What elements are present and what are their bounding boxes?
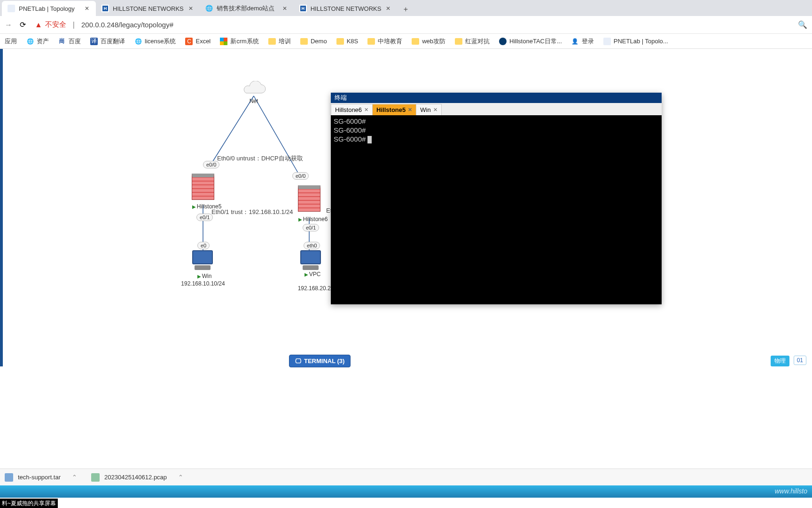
terminal-body[interactable]: SG-6000# SG-6000# SG-6000#	[331, 115, 662, 304]
win-ip: 192.168.10.10/24	[175, 280, 231, 287]
firewall-icon	[298, 185, 320, 212]
node-hillstone5[interactable]	[192, 174, 214, 203]
tab-hillstone1[interactable]: H HILLSTONE NETWORKS ✕	[96, 1, 200, 16]
bookmarks-bar: 应用 🌐资产 崗百度 译百度翻译 🌐license系统 CExcel 新crm系…	[0, 34, 812, 49]
globe-icon: 🌐	[134, 38, 142, 45]
term-tab-hillstone6[interactable]: Hillstone6✕	[331, 104, 373, 115]
bookmark-crm[interactable]: 新crm系统	[220, 37, 259, 46]
annot-untrust: Eth0/0 untrust：DHCP自动获取	[217, 154, 303, 163]
tab-pnetlab[interactable]: PNETLab | Topology ✕	[2, 1, 96, 16]
win-label: ▶Win	[188, 273, 221, 279]
terminal-line: SG-6000#	[334, 135, 659, 144]
bookmark-zhongpei[interactable]: 中培教育	[367, 37, 402, 46]
translate-icon: 译	[90, 38, 98, 45]
excel-icon: C	[185, 38, 193, 45]
terminal-line: SG-6000#	[334, 117, 659, 126]
chevron-up-icon[interactable]: ⌃	[178, 474, 183, 481]
terminal-window[interactable]: 终端 Hillstone6✕ Hillstone5✕ Win✕ SG-6000#…	[331, 93, 662, 304]
close-icon[interactable]: ✕	[84, 5, 90, 12]
baidu-icon: 崗	[58, 38, 66, 45]
bookmark-tac[interactable]: HillstoneTAC日常...	[499, 37, 562, 46]
physical-badge[interactable]: 物理	[771, 356, 789, 366]
folder-icon	[412, 38, 419, 45]
hillstone6-label: ▶Hillstone6	[294, 216, 332, 222]
node-vpc[interactable]	[299, 250, 322, 271]
port-h6-e01[interactable]: e0/1	[303, 224, 319, 231]
node-hillstone6[interactable]	[298, 185, 320, 214]
apps-link[interactable]: 应用	[5, 37, 17, 46]
close-icon[interactable]: ✕	[364, 107, 368, 113]
folder-icon	[336, 38, 344, 45]
page-content: Net Eth0/0 untrust：DHCP自动获取 Eth0/1 trust…	[0, 49, 812, 508]
url-separator: |	[73, 21, 75, 29]
bookmark-training[interactable]: 培训	[268, 37, 291, 46]
bookmark-login[interactable]: 👤登录	[571, 37, 594, 46]
node-win[interactable]	[191, 250, 214, 271]
bookmark-webattack[interactable]: web攻防	[412, 37, 445, 46]
monitor-icon	[300, 250, 321, 264]
hillstone-icon: H	[299, 5, 307, 12]
port-h6-e00[interactable]: e0/0	[292, 172, 309, 180]
bookmark-pnetlab[interactable]: PNETLab | Topolo...	[603, 38, 668, 45]
footer-bar: www.hillsto	[0, 485, 812, 498]
address-bar: → ⟳ ▲ 不安全 | 200.0.0.248/legacy/topology#…	[0, 16, 812, 34]
term-tab-win[interactable]: Win✕	[416, 104, 441, 115]
folder-icon	[367, 38, 375, 45]
play-icon: ▶	[304, 272, 308, 277]
screen-share-label: 料~夏威拖的共享屏幕	[0, 499, 58, 508]
port-h5-e01[interactable]: e0/1	[196, 214, 213, 221]
chevron-up-icon[interactable]: ⌃	[72, 474, 77, 481]
globe-icon: 🌐	[26, 38, 34, 45]
bookmark-demo[interactable]: Demo	[300, 38, 327, 45]
url-text[interactable]: 200.0.0.248/legacy/topology#	[81, 21, 173, 29]
folder-icon	[455, 38, 462, 45]
terminal-button[interactable]: 🖵 TERMINAL (3)	[289, 355, 351, 367]
downloads-bar: tech-support.tar ⌃ 20230425140612.pcap ⌃	[0, 468, 812, 485]
term-tab-hillstone5[interactable]: Hillstone5✕	[372, 104, 416, 115]
bookmark-fanyi[interactable]: 译百度翻译	[90, 37, 125, 46]
terminal-titlebar[interactable]: 终端	[331, 93, 662, 103]
tab-title: HILLSTONE NETWORKS	[311, 5, 382, 12]
close-icon[interactable]: ✕	[385, 5, 391, 12]
search-icon[interactable]: 🔍	[798, 20, 807, 29]
close-icon[interactable]: ✕	[187, 5, 194, 12]
port-vpc-eth0[interactable]: eth0	[304, 242, 320, 249]
new-tab-button[interactable]: +	[399, 3, 412, 16]
monitor-icon	[192, 250, 213, 264]
folder-icon	[300, 38, 308, 45]
reload-icon[interactable]: ⟳	[20, 20, 28, 29]
bookmark-baidu[interactable]: 崗百度	[58, 37, 81, 46]
bookmark-redblue[interactable]: 红蓝对抗	[455, 37, 490, 46]
download-item-pcap[interactable]: 20230425140612.pcap ⌃	[91, 473, 183, 482]
close-icon[interactable]: ✕	[433, 107, 437, 113]
browser-tabs-bar: PNETLab | Topology ✕ H HILLSTONE NETWORK…	[0, 0, 812, 16]
play-icon: ▶	[197, 274, 201, 279]
bookmark-assets[interactable]: 🌐资产	[26, 37, 49, 46]
download-item-tech-support[interactable]: tech-support.tar ⌃	[5, 473, 77, 482]
close-icon[interactable]: ✕	[408, 107, 412, 113]
close-icon[interactable]: ✕	[281, 5, 288, 12]
microsoft-icon	[220, 38, 227, 45]
footer-url: www.hillsto	[775, 487, 807, 495]
vpc-label: ▶VPC	[296, 271, 329, 278]
net-label: Net	[244, 98, 263, 104]
port-win-e0[interactable]: e0	[197, 242, 210, 249]
security-indicator[interactable]: ▲ 不安全	[35, 20, 66, 29]
tab-hillstone2[interactable]: H HILLSTONE NETWORKS ✕	[294, 1, 398, 16]
tab-title: 销售技术部demo站点	[217, 4, 278, 13]
forward-icon[interactable]: →	[5, 21, 13, 29]
tab-title: PNETLab | Topology	[19, 5, 80, 12]
folder-icon	[268, 38, 276, 45]
bookmark-k8s[interactable]: K8S	[336, 38, 359, 45]
tab-demo[interactable]: 🌐 销售技术部demo站点 ✕	[200, 1, 294, 16]
bookmark-license[interactable]: 🌐license系统	[134, 37, 176, 46]
bookmark-excel[interactable]: CExcel	[185, 38, 211, 45]
monitor-icon: 🖵	[295, 357, 301, 365]
pc-base-icon	[195, 265, 211, 270]
cloud-icon	[241, 81, 267, 97]
port-h5-e00[interactable]: e0/0	[203, 161, 219, 168]
hillstone-icon: H	[102, 5, 109, 12]
firewall-icon	[192, 174, 214, 200]
tab-title: HILLSTONE NETWORKS	[113, 5, 184, 12]
node-net-cloud[interactable]	[241, 81, 267, 97]
